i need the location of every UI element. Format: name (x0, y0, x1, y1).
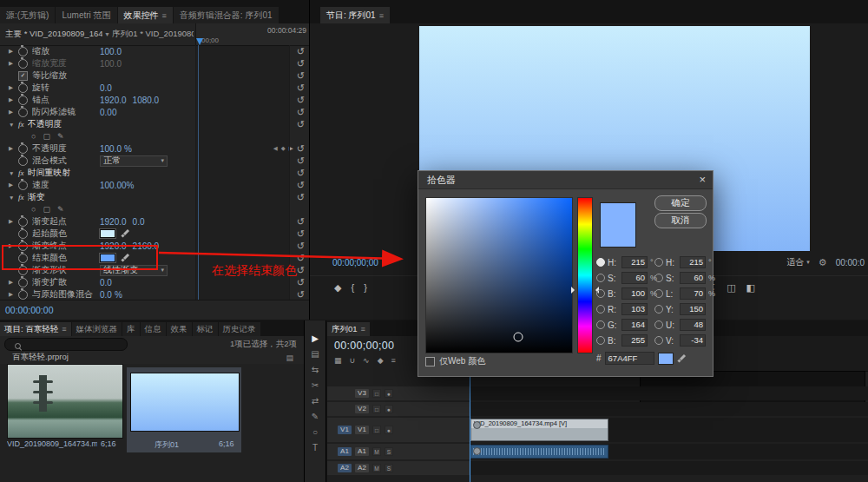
ec-value[interactable]: 100.0 (100, 47, 122, 56)
reset-icon[interactable]: ↺ (297, 83, 305, 93)
radio-icon[interactable] (596, 274, 605, 282)
tab-sequence-01[interactable]: 序列01≡ (327, 322, 370, 336)
search-input[interactable] (4, 338, 128, 351)
track-select-tool[interactable]: ▤ (311, 350, 319, 359)
type-tool[interactable]: T (312, 444, 318, 452)
picker-value-input[interactable]: 48 (680, 319, 706, 331)
ripple-edit-tool[interactable]: ⇆ (312, 366, 319, 374)
track-toggle-icon[interactable]: ● (385, 389, 393, 398)
current-timecode[interactable]: 00:00:00:00 (5, 305, 53, 315)
picker-value-input[interactable]: 70 (680, 287, 706, 300)
twirl-icon[interactable]: ▶ (9, 279, 18, 286)
tab-program-monitor[interactable]: 节目: 序列01≡ (320, 7, 390, 23)
web-colors-checkbox[interactable] (425, 357, 435, 366)
close-icon[interactable]: × (699, 173, 706, 186)
radio-icon[interactable] (654, 258, 663, 267)
stopwatch-icon[interactable] (18, 254, 28, 263)
twirl-icon[interactable]: ▶ (9, 145, 18, 152)
ec-value[interactable]: 0.0 (100, 83, 112, 93)
ec-value[interactable]: 1920.0 (100, 241, 127, 251)
tab-effect-controls[interactable]: 效果控件≡ (118, 7, 173, 23)
stopwatch-icon[interactable] (18, 290, 28, 300)
project-file-name[interactable]: 百寒轻轻.prproj (12, 352, 69, 363)
radio-icon[interactable] (596, 336, 605, 345)
mark-out-icon[interactable]: } (364, 283, 367, 293)
reset-icon[interactable]: ↺ (297, 71, 305, 81)
mark-in-icon[interactable]: { (351, 283, 354, 293)
pen-mask-icon[interactable]: ✎ (57, 132, 64, 141)
track-lane-a1[interactable] (470, 444, 868, 459)
tab-markers[interactable]: 标记 (193, 322, 218, 336)
reset-icon[interactable]: ↺ (297, 254, 305, 263)
ec-dropdown[interactable]: 线性渐变▾ (100, 265, 168, 276)
reset-icon[interactable]: ↺ (297, 290, 305, 300)
track-label-v2[interactable]: V2 (355, 405, 369, 413)
track-toggle-icon[interactable]: S (385, 464, 393, 472)
track-toggle-icon[interactable]: ● (385, 405, 393, 413)
radio-icon[interactable] (596, 258, 605, 267)
reset-icon[interactable]: ↺ (297, 278, 305, 287)
comparison-view-icon[interactable]: ◧ (746, 283, 755, 293)
ec-value[interactable]: 1920.0 (100, 217, 127, 227)
stopwatch-icon[interactable] (18, 144, 28, 154)
panel-menu-icon[interactable]: ≡ (162, 11, 167, 20)
twirl-icon[interactable]: ▶ (9, 48, 18, 55)
stopwatch-icon[interactable] (18, 156, 28, 166)
panel-menu-icon[interactable]: ≡ (62, 325, 66, 333)
reset-icon[interactable]: ↺ (297, 108, 305, 117)
track-label-v3[interactable]: V3 (355, 389, 369, 398)
snap-icon[interactable]: ∪ (350, 356, 356, 365)
add-marker-icon[interactable]: ◆ (334, 283, 341, 293)
eyedropper-icon[interactable] (121, 254, 129, 262)
tab-history[interactable]: 历史记录 (219, 322, 260, 336)
twirl-icon[interactable]: ▶ (9, 109, 18, 116)
rect-mask-icon[interactable]: ▢ (43, 132, 50, 141)
stopwatch-icon[interactable] (18, 59, 28, 69)
twirl-icon[interactable]: ▼ (9, 170, 18, 176)
reset-icon[interactable]: ↺ (297, 266, 305, 275)
nest-icon[interactable]: ▦ (334, 356, 342, 365)
source-patch-a1[interactable]: A1 (338, 447, 352, 456)
program-current-timecode[interactable]: 00:00;00;00 (332, 258, 378, 267)
radio-icon[interactable] (654, 289, 663, 298)
settings-wrench-icon[interactable]: ⚙ (819, 257, 827, 268)
track-toggle-icon[interactable]: M (372, 447, 381, 456)
ec-value[interactable]: 0.0 (100, 278, 112, 287)
ec-value[interactable]: 1080.0 (133, 96, 160, 105)
ec-value[interactable]: 2160.0 (133, 241, 160, 251)
reset-icon[interactable]: ↺ (297, 144, 305, 154)
tab-source[interactable]: 源:(无剪辑) (0, 7, 55, 23)
stopwatch-icon[interactable] (18, 181, 28, 190)
ec-value[interactable]: 100.0 (100, 59, 122, 69)
reset-icon[interactable]: ↺ (297, 120, 305, 129)
stopwatch-icon[interactable] (18, 229, 28, 239)
twirl-icon[interactable]: ▶ (9, 182, 18, 188)
export-frame-icon[interactable]: ◫ (727, 283, 735, 293)
tab-libraries[interactable]: 库 (122, 322, 140, 336)
track-lane-v1[interactable]: VID_20190809_164734.mp4 [V] (470, 418, 868, 442)
tab-effects[interactable]: 效果 (167, 322, 192, 336)
hue-slider[interactable] (577, 197, 593, 353)
linked-selection-icon[interactable]: ∿ (363, 356, 370, 365)
ec-value[interactable]: 100.0 (100, 144, 122, 154)
chevron-down-icon[interactable]: ▼ (104, 31, 110, 37)
project-item-thumbnail[interactable] (7, 364, 123, 439)
keyframe-nav-icon[interactable]: ◆ (281, 145, 286, 152)
stopwatch-icon[interactable] (18, 96, 28, 105)
color-swatch[interactable] (100, 229, 115, 238)
radio-icon[interactable] (654, 305, 663, 314)
ec-value[interactable]: 0.0 (100, 290, 112, 300)
ec-value[interactable]: 0.0 (133, 217, 145, 227)
stopwatch-icon[interactable] (18, 47, 28, 56)
reset-icon[interactable]: ↺ (297, 59, 305, 69)
selection-tool[interactable]: ▶ (312, 334, 319, 343)
pen-mask-icon[interactable]: ✎ (57, 205, 64, 214)
reset-icon[interactable]: ↺ (297, 96, 305, 105)
reset-icon[interactable]: ↺ (297, 168, 305, 178)
checkbox-icon[interactable]: ✓ (18, 71, 28, 81)
radio-icon[interactable] (596, 320, 605, 329)
track-toggle-icon[interactable]: M (372, 464, 381, 472)
reset-icon[interactable]: ↺ (297, 217, 305, 227)
picker-value-input[interactable]: 150 (680, 303, 706, 315)
twirl-icon[interactable]: ▶ (9, 84, 18, 91)
